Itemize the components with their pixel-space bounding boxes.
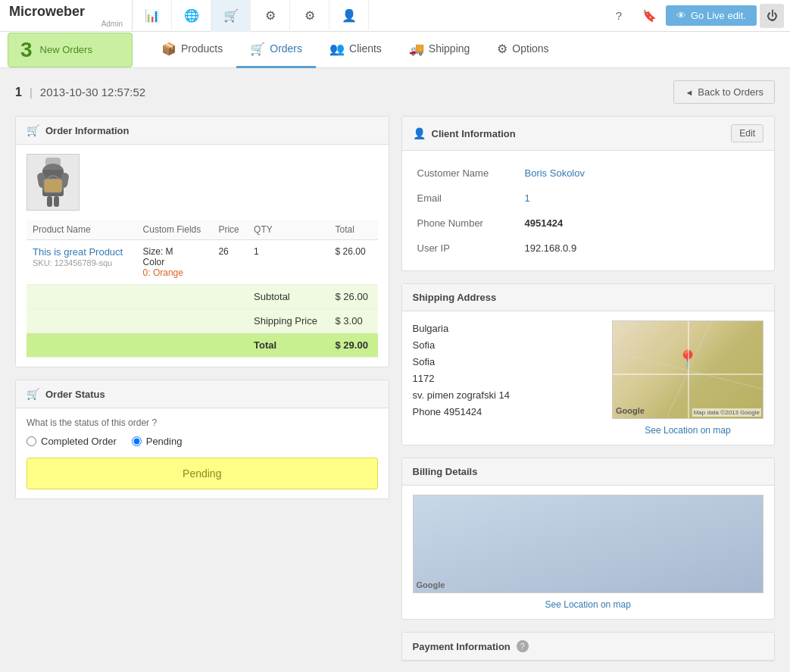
order-info-title-text: Order Information xyxy=(45,125,130,136)
svg-rect-6 xyxy=(54,196,59,207)
bookmark-button[interactable]: 🔖 xyxy=(635,2,663,30)
nav-settings-button[interactable]: ⚙ xyxy=(290,0,329,32)
new-orders-badge[interactable]: 3 New Orders xyxy=(8,33,133,67)
phone-value: 4951424 xyxy=(525,217,564,229)
nav-globe-button[interactable]: 🌐 xyxy=(172,0,211,32)
eye-icon: 👁 xyxy=(676,10,686,21)
billing-title-text: Billing Details xyxy=(413,466,478,477)
client-name-row: Customer Name Boris Sokolov xyxy=(414,161,763,185)
col-custom-fields: Custom Fields xyxy=(137,220,213,240)
shipping-title-text: Shipping Address xyxy=(413,292,497,303)
shipping-icon: 🚚 xyxy=(409,42,424,56)
address-phone: Phone 4951424 xyxy=(413,404,602,420)
options-icon: ⚙ xyxy=(497,42,507,56)
billing-see-location-link[interactable]: See Location on map xyxy=(413,599,764,610)
help-button[interactable]: ? xyxy=(605,2,632,30)
pending-badge: Pending xyxy=(27,458,378,489)
billing-map-inner: Google xyxy=(414,495,763,592)
shipping-section: Bulgaria Sofia Sofia 1172 sv. pimen zogr… xyxy=(413,320,764,436)
new-orders-label: New Orders xyxy=(40,44,92,55)
product-link[interactable]: This is great Product xyxy=(33,246,123,258)
email-label: Email xyxy=(414,186,520,210)
phone-label: Phone Number xyxy=(414,211,520,235)
nav-chart-button[interactable]: 📊 xyxy=(133,0,172,32)
client-info-header: Client Information Edit xyxy=(402,117,775,151)
ip-value: 192.168.0.9 xyxy=(522,236,763,260)
total-value: $ 29.00 xyxy=(329,333,378,358)
order-status-title-text: Order Status xyxy=(45,389,105,400)
payment-help-icon[interactable]: ? xyxy=(517,640,529,652)
billing-header: Billing Details xyxy=(402,458,775,486)
nav-icons: 📊 🌐 🛒 ⚙ ⚙ 👤 xyxy=(133,0,605,32)
nav-cart-button[interactable]: 🛒 xyxy=(211,0,251,32)
client-info-title-text: Client Information xyxy=(432,128,516,139)
radio-completed-input[interactable] xyxy=(27,436,36,446)
clients-icon: 👥 xyxy=(329,42,345,56)
order-table: Product Name Custom Fields Price QTY Tot… xyxy=(27,220,378,358)
tab-clients[interactable]: 👥 Clients xyxy=(316,32,395,68)
total-label: Total xyxy=(248,333,329,358)
radio-pending-input[interactable] xyxy=(132,436,142,446)
tab-orders-label: Orders xyxy=(270,42,302,55)
payment-header: Payment Information ? xyxy=(402,633,775,661)
shipping-address-text: Bulgaria Sofia Sofia 1172 sv. pimen zogr… xyxy=(413,320,602,436)
order-status-icon xyxy=(27,388,39,400)
shipping-panel: Shipping Address Bulgaria Sofia Sofia 11… xyxy=(401,283,776,445)
col-total: Total xyxy=(329,220,378,240)
shipping-header: Shipping Address xyxy=(402,284,775,311)
product-sku: SKU: 123456789-squ xyxy=(33,258,112,267)
order-status-title: Order Status xyxy=(27,388,105,400)
product-svg xyxy=(30,156,76,209)
product-qty: 1 xyxy=(248,240,329,285)
shipping-label: Shipping Price xyxy=(248,309,329,333)
go-live-button[interactable]: 👁 Go Live edit. xyxy=(666,5,757,26)
client-table: Customer Name Boris Sokolov Email 1 Phon… xyxy=(413,160,764,261)
power-button[interactable]: ⏻ xyxy=(760,4,784,28)
map-data-label: Map data ©2013 Google xyxy=(692,408,761,417)
product-total: $ 26.00 xyxy=(329,240,378,285)
main-content: 1 | 2013-10-30 12:57:52 Back to Orders O… xyxy=(0,68,790,672)
client-phone-row: Phone Number 4951424 xyxy=(414,211,763,235)
order-status-header: Order Status xyxy=(16,380,389,408)
table-row: This is great Product SKU: 123456789-squ… xyxy=(27,240,378,285)
email-link[interactable]: 1 xyxy=(525,192,530,204)
order-status-body: What is the status of this order ? Compl… xyxy=(16,408,389,499)
order-info-body: Product Name Custom Fields Price QTY Tot… xyxy=(16,145,389,367)
tabs-bar: 3 New Orders 📦 Products 🛒 Orders 👥 Clien… xyxy=(0,32,790,68)
tab-shipping[interactable]: 🚚 Shipping xyxy=(395,32,484,68)
nav-user-button[interactable]: 👤 xyxy=(329,0,369,32)
order-info-header: Order Information xyxy=(16,117,389,145)
total-row: Total $ 29.00 xyxy=(27,333,378,358)
go-live-label: Go Live edit. xyxy=(691,10,746,21)
customer-name-link[interactable]: Boris Sokolov xyxy=(525,167,585,179)
tab-options[interactable]: ⚙ Options xyxy=(483,32,562,68)
billing-google-logo: Google xyxy=(417,580,445,589)
edit-client-button[interactable]: Edit xyxy=(731,124,763,142)
tab-products[interactable]: 📦 Products xyxy=(148,32,236,68)
shipping-value: $ 3.00 xyxy=(329,309,378,333)
product-image xyxy=(27,154,80,211)
nav-nodes-button[interactable]: ⚙ xyxy=(251,0,290,32)
billing-body: Google See Location on map xyxy=(402,486,775,619)
payment-title: Payment Information xyxy=(413,641,511,652)
order-columns: Order Information xyxy=(15,116,775,661)
col-qty: QTY xyxy=(248,220,329,240)
logo-admin: Admin xyxy=(9,20,123,28)
svg-rect-7 xyxy=(44,179,62,192)
billing-title: Billing Details xyxy=(413,466,478,477)
billing-panel: Billing Details Google See Location on m… xyxy=(401,458,776,620)
top-navbar: Microweber Admin 📊 🌐 🛒 ⚙ ⚙ 👤 ? 🔖 👁 Go Li… xyxy=(0,0,790,32)
tab-orders[interactable]: 🛒 Orders xyxy=(236,32,316,68)
shipping-title: Shipping Address xyxy=(413,292,497,303)
radio-pending[interactable]: Pending xyxy=(132,436,183,447)
billing-map: Google xyxy=(413,495,764,593)
order-id-row: 1 | 2013-10-30 12:57:52 xyxy=(15,86,145,99)
see-location-link[interactable]: See Location on map xyxy=(645,425,730,436)
back-to-orders-button[interactable]: Back to Orders xyxy=(673,80,775,104)
radio-group: Completed Order Pending xyxy=(27,436,378,447)
tab-options-label: Options xyxy=(512,42,548,55)
status-question: What is the status of this order ? xyxy=(27,417,378,428)
back-button-label: Back to Orders xyxy=(698,86,763,98)
radio-completed[interactable]: Completed Order xyxy=(27,436,117,447)
client-email-row: Email 1 xyxy=(414,186,763,210)
